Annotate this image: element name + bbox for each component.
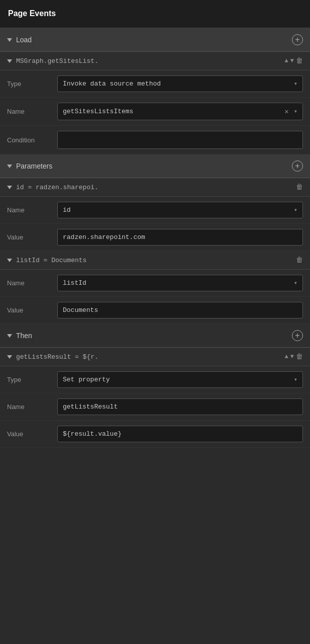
page-header: Page Events [0, 0, 310, 28]
getlists-name-field-row: Name getListsResult [0, 393, 310, 421]
parameters-chevron-icon [7, 165, 12, 168]
getlists-section-label: getListsResult = ${r. [16, 353, 98, 361]
msgraph-chevron-icon [7, 59, 12, 63]
id-param-left: id = radzen.sharepoi. [7, 184, 98, 191]
id-param-label: id = radzen.sharepoi. [16, 184, 98, 191]
getlists-value-input[interactable]: ${result.value} [57, 426, 303, 442]
msgraph-down-icon[interactable]: ▼ [290, 57, 294, 64]
name-label: Name [7, 108, 52, 115]
getlists-name-value: getListsResult [63, 403, 297, 411]
getlists-value-value: ${result.value} [63, 430, 297, 438]
id-value-label: Value [7, 233, 52, 241]
load-section-header[interactable]: Load + [0, 28, 310, 52]
listid-value-label: Value [7, 306, 52, 314]
listid-param-left: listId = Documents [7, 257, 86, 264]
getlists-delete-icon[interactable]: 🗑 [296, 353, 303, 361]
then-chevron-icon [7, 334, 12, 338]
listid-value-input[interactable]: Documents [57, 302, 303, 318]
getlists-type-field-row: Type Set property ▾ [0, 366, 310, 393]
then-section-header[interactable]: Then + [0, 324, 310, 348]
getlists-section-header[interactable]: getListsResult = ${r. ▲ ▼ 🗑 [0, 348, 310, 366]
getlists-value-field-row: Value ${result.value} [0, 421, 310, 448]
id-param-delete-icon[interactable]: 🗑 [296, 183, 303, 191]
type-dropdown[interactable]: Invoke data source method ▾ [57, 75, 303, 92]
msgraph-section-label: MSGraph.getSitesList. [16, 57, 98, 65]
listid-value-value: Documents [63, 306, 297, 314]
getlists-value-label: Value [7, 430, 52, 438]
id-param-header[interactable]: id = radzen.sharepoi. 🗑 [0, 178, 310, 197]
getlists-section-left: getListsResult = ${r. [7, 353, 98, 361]
getlists-controls: ▲ ▼ 🗑 [285, 353, 303, 361]
msgraph-section-header[interactable]: MSGraph.getSitesList. ▲ ▼ 🗑 [0, 52, 310, 70]
getlists-type-value: Set property [63, 376, 291, 383]
getlists-chevron-icon [7, 355, 12, 359]
listid-param-header[interactable]: listId = Documents 🗑 [0, 251, 310, 270]
id-param-chevron-icon [7, 186, 12, 189]
name-value: getSitesListsItems [63, 108, 284, 115]
msgraph-up-icon[interactable]: ▲ [285, 57, 288, 64]
type-value: Invoke data source method [63, 80, 291, 88]
load-section-label: Load [16, 36, 32, 44]
then-section-left: Then [7, 332, 32, 340]
listid-name-field-row: Name listId ▾ [0, 270, 310, 297]
id-value-input[interactable]: radzen.sharepoint.com [57, 229, 303, 246]
type-field-row: Type Invoke data source method ▾ [0, 70, 310, 98]
msgraph-section-left: MSGraph.getSitesList. [7, 57, 98, 65]
condition-label: Condition [7, 136, 52, 144]
listid-name-dropdown[interactable]: listId ▾ [57, 275, 303, 291]
getlists-up-icon[interactable]: ▲ [285, 353, 288, 360]
listid-param-delete-icon[interactable]: 🗑 [296, 256, 303, 264]
listid-value-field-row: Value Documents [0, 297, 310, 324]
page-title: Page Events [8, 9, 56, 18]
getlists-name-input[interactable]: getListsResult [57, 398, 303, 415]
msgraph-controls: ▲ ▼ 🗑 [285, 57, 303, 65]
parameters-section-header[interactable]: Parameters + [0, 154, 310, 178]
id-value-field-row: Value radzen.sharepoint.com [0, 224, 310, 251]
id-name-dropdown[interactable]: id ▾ [57, 202, 303, 218]
load-chevron-icon [7, 38, 12, 42]
load-section-left: Load [7, 36, 32, 44]
getlists-name-label: Name [7, 403, 52, 411]
listid-name-label: Name [7, 279, 52, 287]
id-name-label: Name [7, 206, 52, 214]
condition-input[interactable] [57, 131, 303, 149]
parameters-section-label: Parameters [16, 162, 52, 170]
id-name-value: id [63, 206, 291, 214]
name-field-row: Name getSitesListsItems ✕ ▾ [0, 98, 310, 126]
type-dropdown-icon: ▾ [294, 80, 297, 88]
getlists-down-icon[interactable]: ▼ [290, 353, 294, 360]
msgraph-delete-icon[interactable]: 🗑 [296, 57, 303, 65]
id-name-field-row: Name id ▾ [0, 197, 310, 224]
listid-name-dropdown-icon: ▾ [294, 279, 297, 287]
name-dropdown-icon: ▾ [294, 108, 297, 115]
listid-name-value: listId [63, 279, 291, 287]
id-value-value: radzen.sharepoint.com [63, 233, 297, 241]
name-dropdown[interactable]: getSitesListsItems ✕ ▾ [57, 103, 303, 120]
then-section-label: Then [16, 332, 32, 340]
name-clear-icon[interactable]: ✕ [284, 107, 288, 116]
load-add-button[interactable]: + [292, 34, 303, 45]
condition-field-row: Condition [0, 126, 310, 154]
getlists-type-label: Type [7, 376, 52, 383]
parameters-section-left: Parameters [7, 162, 52, 170]
getlists-type-dropdown-icon: ▾ [294, 376, 297, 383]
getlists-type-dropdown[interactable]: Set property ▾ [57, 371, 303, 388]
id-name-dropdown-icon: ▾ [294, 206, 297, 214]
then-add-button[interactable]: + [292, 330, 303, 341]
type-label: Type [7, 80, 52, 88]
listid-param-chevron-icon [7, 259, 12, 262]
parameters-add-button[interactable]: + [292, 160, 303, 172]
listid-param-label: listId = Documents [16, 257, 86, 264]
